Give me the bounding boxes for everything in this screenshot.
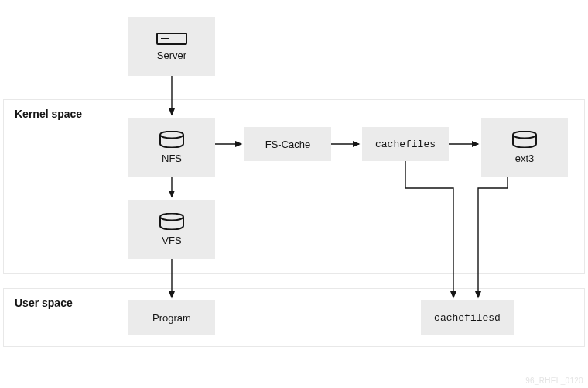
cachefiles-node: cachefiles — [362, 127, 449, 161]
cachefiles-label: cachefiles — [375, 139, 436, 150]
program-node: Program — [128, 300, 215, 335]
svg-point-1 — [513, 131, 536, 138]
nfs-label: NFS — [162, 153, 182, 164]
disk-icon — [511, 131, 538, 148]
cachefilesd-node: cachefilesd — [421, 300, 514, 335]
disk-icon — [159, 213, 185, 230]
svg-point-0 — [160, 131, 183, 138]
cachefilesd-label: cachefilesd — [434, 312, 501, 324]
server-label: Server — [157, 50, 186, 61]
ext3-label: ext3 — [515, 153, 535, 164]
fscache-label: FS-Cache — [265, 139, 311, 150]
server-node: Server — [128, 17, 215, 76]
nfs-node: NFS — [128, 118, 215, 177]
program-label: Program — [152, 312, 191, 324]
vfs-node: VFS — [128, 200, 215, 259]
vfs-label: VFS — [162, 235, 181, 246]
kernel-space-label: Kernel space — [15, 108, 82, 120]
user-space-label: User space — [15, 297, 73, 309]
svg-point-2 — [160, 213, 183, 220]
ext3-node: ext3 — [481, 118, 568, 177]
watermark: 96_RHEL_0120 — [525, 376, 583, 385]
server-icon — [156, 33, 187, 45]
fscache-node: FS-Cache — [244, 127, 331, 161]
disk-icon — [159, 131, 185, 148]
